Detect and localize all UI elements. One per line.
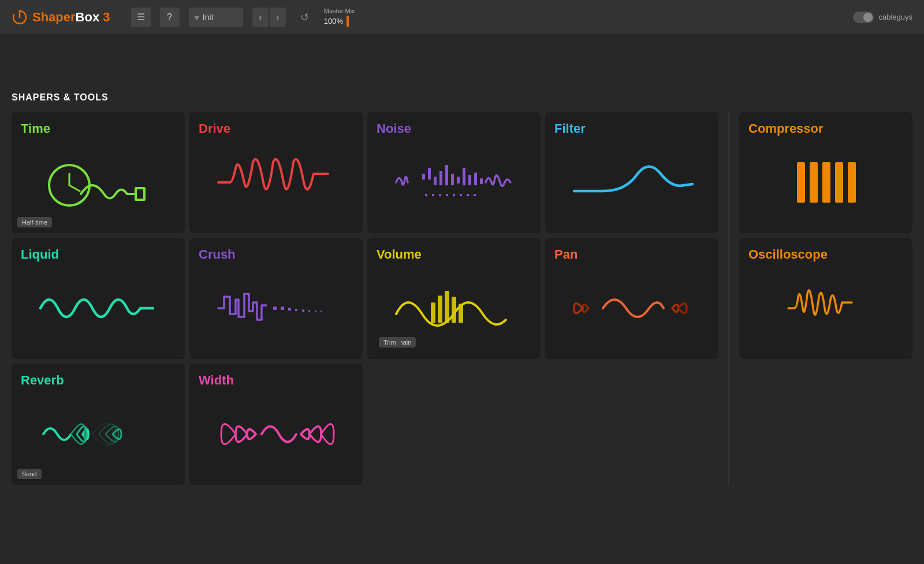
tool-card-compressor[interactable]: Compressor bbox=[739, 112, 912, 233]
nav-arrows: ‹ › bbox=[252, 8, 286, 27]
section-title: SHAPERS & TOOLS bbox=[12, 92, 912, 103]
favorite-icon: ♥ bbox=[195, 13, 199, 22]
svg-rect-10 bbox=[451, 174, 454, 185]
svg-rect-19 bbox=[446, 194, 448, 196]
svg-rect-14 bbox=[474, 173, 477, 185]
svg-rect-39 bbox=[445, 291, 449, 323]
toggle-switch[interactable] bbox=[853, 12, 874, 23]
header: ShaperBox 3 ☰ ? ♥ Init ‹ › ↺ Master Mix … bbox=[0, 0, 924, 35]
menu-icon: ☰ bbox=[137, 12, 145, 23]
tool-card-oscilloscope[interactable]: Oscilloscope bbox=[739, 238, 912, 359]
cableguys-logo: cableguys bbox=[853, 12, 912, 23]
tool-title-reverb: Reverb bbox=[21, 373, 176, 388]
empty-bottom bbox=[367, 364, 718, 485]
svg-rect-37 bbox=[431, 302, 435, 323]
master-mix-value: 100% bbox=[324, 16, 355, 27]
tool-card-filter[interactable]: Filter bbox=[545, 112, 718, 233]
tool-badge-reverb: Send bbox=[17, 469, 42, 479]
preset-area: ♥ Init bbox=[189, 8, 243, 27]
svg-rect-40 bbox=[452, 297, 456, 323]
svg-rect-31 bbox=[288, 308, 291, 311]
power-icon bbox=[12, 9, 28, 25]
svg-rect-8 bbox=[439, 171, 442, 185]
tool-card-liquid[interactable]: Liquid bbox=[12, 238, 185, 359]
tool-card-volume[interactable]: Volume Sidechain Trim bbox=[367, 238, 541, 359]
help-button[interactable]: ? bbox=[160, 8, 180, 27]
tool-card-pan[interactable]: Pan bbox=[545, 238, 718, 359]
svg-rect-15 bbox=[480, 178, 483, 184]
svg-rect-13 bbox=[468, 175, 471, 185]
tool-title-width: Width bbox=[199, 373, 353, 388]
svg-rect-18 bbox=[439, 194, 441, 196]
tool-icon-time bbox=[21, 141, 176, 224]
toggle-knob bbox=[863, 13, 873, 22]
svg-rect-25 bbox=[810, 162, 818, 203]
menu-button[interactable]: ☰ bbox=[131, 8, 151, 27]
tool-badge-time: Half-time bbox=[17, 217, 52, 227]
tools-grid: Time Half-time Drive bbox=[12, 112, 912, 549]
tool-icon-width bbox=[199, 393, 353, 476]
svg-rect-16 bbox=[425, 194, 427, 196]
app-name: ShaperBox 3 bbox=[32, 10, 110, 25]
tool-icon-drive bbox=[199, 141, 353, 224]
tool-icon-oscilloscope bbox=[748, 267, 903, 350]
svg-rect-22 bbox=[467, 194, 469, 196]
tool-icon-crush bbox=[199, 267, 353, 350]
help-icon: ? bbox=[167, 12, 172, 23]
master-mix: Master Mix 100% bbox=[324, 8, 355, 27]
tool-card-reverb[interactable]: Reverb Send bbox=[12, 364, 185, 485]
tool-icon-pan bbox=[554, 267, 709, 350]
svg-rect-17 bbox=[432, 194, 434, 196]
svg-rect-30 bbox=[281, 307, 284, 310]
svg-rect-28 bbox=[848, 162, 856, 203]
svg-rect-36 bbox=[321, 311, 322, 312]
tool-icon-noise bbox=[377, 141, 531, 224]
tool-card-time[interactable]: Time Half-time bbox=[12, 112, 185, 233]
column-divider bbox=[728, 112, 729, 485]
svg-rect-33 bbox=[302, 309, 304, 312]
tool-title-volume: Volume bbox=[377, 247, 531, 262]
next-preset-button[interactable]: › bbox=[270, 8, 286, 27]
svg-rect-32 bbox=[295, 309, 297, 311]
svg-rect-21 bbox=[460, 194, 462, 196]
svg-rect-38 bbox=[438, 296, 442, 323]
prev-preset-button[interactable]: ‹ bbox=[252, 8, 269, 27]
svg-rect-23 bbox=[474, 194, 476, 196]
svg-rect-12 bbox=[463, 168, 465, 185]
svg-rect-5 bbox=[422, 174, 425, 180]
tool-card-drive[interactable]: Drive bbox=[189, 112, 363, 233]
sub-header bbox=[0, 35, 924, 81]
tool-card-width[interactable]: Width bbox=[189, 364, 363, 485]
svg-rect-24 bbox=[797, 162, 805, 203]
mix-bar bbox=[346, 16, 349, 27]
main-content: SHAPERS & TOOLS Time Half-time Drive bbox=[0, 81, 924, 564]
svg-rect-7 bbox=[434, 177, 437, 185]
svg-rect-34 bbox=[308, 310, 310, 312]
tool-card-noise[interactable]: Noise bbox=[367, 112, 541, 233]
svg-rect-26 bbox=[822, 162, 830, 203]
refresh-button[interactable]: ↺ bbox=[295, 8, 315, 27]
svg-rect-6 bbox=[428, 168, 431, 180]
tool-title-crush: Crush bbox=[199, 247, 353, 262]
preset-name: Init bbox=[203, 13, 237, 22]
svg-rect-20 bbox=[453, 194, 455, 196]
tool-title-noise: Noise bbox=[377, 121, 531, 136]
svg-rect-41 bbox=[459, 304, 463, 323]
svg-rect-35 bbox=[315, 311, 316, 312]
tool-title-pan: Pan bbox=[554, 247, 709, 262]
refresh-icon: ↺ bbox=[300, 11, 309, 24]
tool-title-compressor: Compressor bbox=[748, 121, 903, 136]
tool-title-liquid: Liquid bbox=[21, 247, 176, 262]
cableguys-label: cableguys bbox=[878, 13, 912, 21]
svg-rect-11 bbox=[457, 177, 460, 184]
svg-rect-29 bbox=[273, 307, 277, 310]
tool-title-drive: Drive bbox=[199, 121, 353, 136]
svg-rect-9 bbox=[445, 165, 448, 185]
tool-icon-reverb bbox=[21, 393, 176, 476]
tool-title-time: Time bbox=[21, 121, 176, 136]
tool-icon-liquid bbox=[21, 267, 176, 350]
master-mix-label: Master Mix bbox=[324, 8, 355, 14]
tool-icon-compressor bbox=[748, 141, 903, 224]
tool-icon-filter bbox=[554, 141, 709, 224]
tool-card-crush[interactable]: Crush bbox=[189, 238, 363, 359]
